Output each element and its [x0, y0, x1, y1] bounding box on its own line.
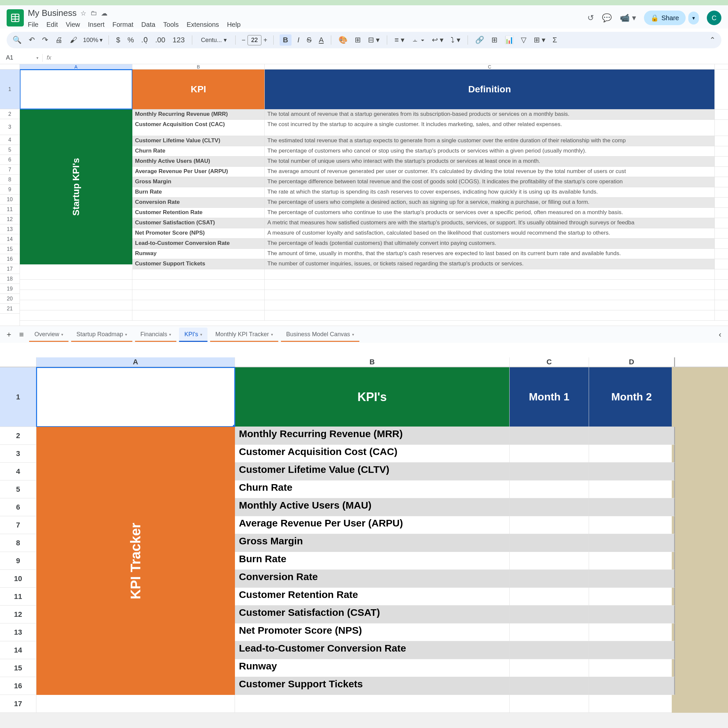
- cell-b9[interactable]: Burn Rate: [132, 187, 265, 197]
- b-cell-d13[interactable]: [589, 623, 675, 641]
- b-cell-c1[interactable]: Month 1: [509, 367, 589, 427]
- sheets-logo-icon[interactable]: [7, 9, 24, 26]
- cell-c5[interactable]: The percentage of customers who cancel o…: [265, 146, 715, 156]
- zoom-select[interactable]: 100% ▾: [83, 37, 102, 44]
- b-cell-b4[interactable]: Customer Lifetime Value (CLTV): [235, 463, 509, 480]
- b-cell-c12[interactable]: [509, 606, 589, 623]
- paint-format-icon[interactable]: 🖌: [69, 34, 78, 46]
- collapse-toolbar-icon[interactable]: ⌃: [708, 34, 717, 46]
- cell-b4[interactable]: Customer Lifetime Value (CLTV): [132, 136, 265, 146]
- b-row-10[interactable]: 10: [0, 570, 37, 588]
- b-corner[interactable]: [0, 357, 37, 367]
- b-row-11[interactable]: 11: [0, 588, 37, 606]
- cell-c11[interactable]: The percentage of customers who continue…: [265, 208, 715, 218]
- cell-b15[interactable]: Runway: [132, 249, 265, 259]
- percent-icon[interactable]: %: [126, 34, 135, 46]
- b-cell-d14[interactable]: [589, 641, 675, 659]
- row-header-1[interactable]: 1: [0, 69, 20, 109]
- b-cell-b12[interactable]: Customer Satisfaction (CSAT): [235, 606, 509, 623]
- col-header-c[interactable]: C: [265, 64, 715, 69]
- b-row-1[interactable]: 1: [0, 367, 37, 427]
- b-cell-c8[interactable]: [509, 534, 589, 552]
- filter-views-icon[interactable]: ⊞ ▾: [532, 34, 547, 46]
- star-icon[interactable]: ☆: [80, 9, 86, 17]
- row-header-13[interactable]: 13: [0, 224, 20, 234]
- b-cell-b3[interactable]: Customer Acquisition Cost (CAC): [235, 445, 509, 463]
- font-select[interactable]: Centu... ▾: [198, 35, 229, 45]
- cell-b14[interactable]: Lead-to-Customer Conversion Rate: [132, 239, 265, 249]
- cell-c1[interactable]: Definition: [265, 69, 715, 109]
- b-cell-c7[interactable]: [509, 516, 589, 534]
- strike-button[interactable]: S: [306, 34, 313, 46]
- b-row-16[interactable]: 16: [0, 677, 37, 695]
- all-sheets-button[interactable]: ≡: [17, 329, 26, 341]
- cell-c10[interactable]: The percentage of users who complete a d…: [265, 197, 715, 208]
- share-dropdown[interactable]: ▾: [688, 12, 699, 24]
- filter-icon[interactable]: ▽: [520, 34, 528, 46]
- move-icon[interactable]: 🗀: [90, 9, 97, 17]
- more-formats-icon[interactable]: 123: [171, 34, 186, 46]
- cell-c6[interactable]: The total number of unique users who int…: [265, 156, 715, 167]
- b-cell-c15[interactable]: [509, 659, 589, 677]
- row-header-17[interactable]: 17: [0, 264, 20, 274]
- b-cell-b8[interactable]: Gross Margin: [235, 534, 509, 552]
- b-cell-b13[interactable]: Net Promoter Score (NPS): [235, 623, 509, 641]
- b-cell-c4[interactable]: [509, 463, 589, 480]
- b-row-13[interactable]: 13: [0, 623, 37, 641]
- row-header-8[interactable]: 8: [0, 175, 20, 185]
- row-header-15[interactable]: 15: [0, 244, 20, 254]
- row-header-14[interactable]: 14: [0, 234, 20, 244]
- cell-c12[interactable]: A metric that measures how satisfied cus…: [265, 218, 715, 228]
- scroll-tabs-icon[interactable]: ‹: [716, 329, 724, 341]
- cell-c14[interactable]: The percentage of leads (potential custo…: [265, 239, 715, 249]
- b-row-15[interactable]: 15: [0, 659, 37, 677]
- b-cell-d2[interactable]: [589, 427, 675, 445]
- cloud-icon[interactable]: ☁: [101, 9, 107, 17]
- currency-icon[interactable]: $: [115, 34, 121, 46]
- cell-c16[interactable]: The number of customer inquiries, issues…: [265, 259, 715, 269]
- cell-b10[interactable]: Conversion Rate: [132, 197, 265, 208]
- print-icon[interactable]: 🖨: [54, 34, 64, 46]
- decrease-decimal-icon[interactable]: .0̣: [140, 34, 149, 46]
- cell-c13[interactable]: A measure of customer loyalty and satisf…: [265, 228, 715, 238]
- cell-c15[interactable]: The amount of time, usually in months, t…: [265, 249, 715, 259]
- menu-help[interactable]: Help: [227, 21, 240, 29]
- b-row-3[interactable]: 3: [0, 445, 37, 463]
- b-cell-d7[interactable]: [589, 516, 675, 534]
- menu-data[interactable]: Data: [141, 21, 155, 29]
- b-cell-d16[interactable]: [589, 677, 675, 695]
- b-cell-c13[interactable]: [509, 623, 589, 641]
- b-cell-b11[interactable]: Customer Retention Rate: [235, 588, 509, 606]
- b-cell-c2[interactable]: [509, 427, 589, 445]
- b-cell-c11[interactable]: [509, 588, 589, 606]
- rotate-button[interactable]: ⤵ ▾: [450, 34, 461, 46]
- b-cell-d15[interactable]: [589, 659, 675, 677]
- b-cell-d8[interactable]: [589, 534, 675, 552]
- increase-decimal-icon[interactable]: .00: [154, 34, 167, 46]
- tab-monthly-tracker[interactable]: Monthly KPI Tracker ▾: [210, 327, 278, 341]
- cell-c9[interactable]: The rate at which the startup is spendin…: [265, 187, 715, 197]
- wrap-button[interactable]: ↩ ▾: [431, 34, 445, 46]
- row-header-7[interactable]: 7: [0, 165, 20, 175]
- b-cell-a17[interactable]: [37, 695, 235, 713]
- b-cell-d6[interactable]: [589, 499, 675, 516]
- menu-view[interactable]: View: [66, 21, 80, 29]
- merge-button[interactable]: ⊟ ▾: [367, 34, 381, 46]
- undo-icon[interactable]: ↶: [28, 34, 36, 46]
- history-icon[interactable]: ↺: [587, 13, 594, 23]
- b-col-a[interactable]: A: [37, 357, 235, 367]
- b-cell-c17[interactable]: [509, 695, 589, 713]
- b-cell-d5[interactable]: [589, 480, 675, 499]
- row-header-5[interactable]: 5: [0, 145, 20, 155]
- avatar[interactable]: C: [707, 11, 721, 25]
- row-header-11[interactable]: 11: [0, 205, 20, 214]
- row-header-10[interactable]: 10: [0, 194, 20, 205]
- tab-financials[interactable]: Financials ▾: [135, 327, 176, 341]
- b-cell-d3[interactable]: [589, 445, 675, 463]
- b-cell-d9[interactable]: [589, 552, 675, 570]
- b-row-14[interactable]: 14: [0, 641, 37, 659]
- b-cell-b7[interactable]: Average Revenue Per User (ARPU): [235, 516, 509, 534]
- b-col-c[interactable]: C: [509, 357, 589, 367]
- cell-b5[interactable]: Churn Rate: [132, 146, 265, 156]
- insert-comment-icon[interactable]: ⊞: [490, 34, 499, 46]
